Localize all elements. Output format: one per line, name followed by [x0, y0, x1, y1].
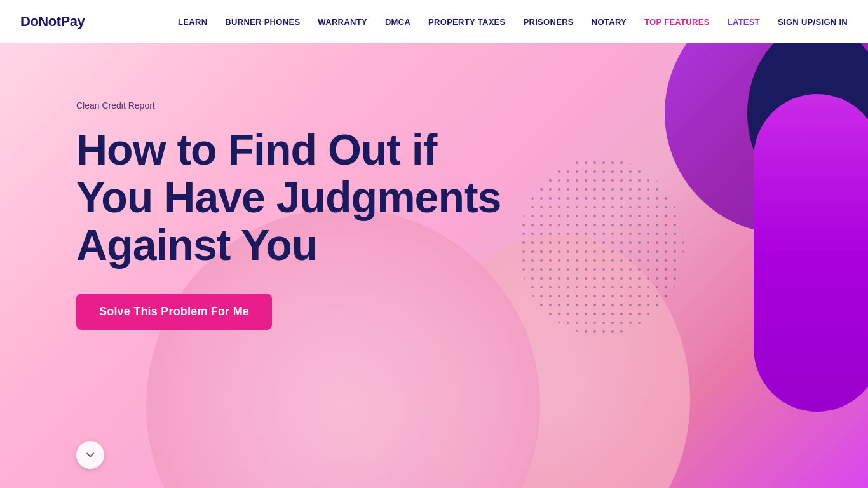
- nav-learn[interactable]: LEARN: [178, 17, 207, 27]
- nav-prisoners[interactable]: PRISONERS: [524, 17, 574, 27]
- nav-links: LEARN BURNER PHONES WARRANTY DMCA PROPER…: [178, 16, 848, 27]
- scroll-down-button[interactable]: [76, 441, 104, 469]
- svg-point-2: [519, 158, 684, 336]
- nav-latest[interactable]: LATEST: [728, 17, 760, 27]
- dots-pattern-decoration: [512, 151, 690, 342]
- hero-title: How to Find Out if You Have Judgments Ag…: [76, 126, 508, 268]
- nav-warranty[interactable]: WARRANTY: [318, 17, 367, 27]
- logo[interactable]: DoNotPay: [20, 13, 85, 30]
- hero-content: Clean Credit Report How to Find Out if Y…: [76, 100, 508, 330]
- breadcrumb: Clean Credit Report: [76, 100, 508, 111]
- chevron-down-icon: [84, 449, 97, 461]
- nav-top-features[interactable]: TOP FEATURES: [644, 17, 710, 27]
- shape-magenta-decoration: [754, 94, 868, 412]
- nav-notary[interactable]: NOTARY: [592, 17, 627, 27]
- nav-signup-signin[interactable]: SIGN UP/SIGN IN: [778, 17, 848, 27]
- nav-burner-phones[interactable]: BURNER PHONES: [225, 17, 300, 27]
- cta-button[interactable]: Solve This Problem For Me: [76, 294, 272, 330]
- nav-property-taxes[interactable]: PROPERTY TAXES: [428, 17, 505, 27]
- hero-section: Clean Credit Report How to Find Out if Y…: [0, 43, 868, 488]
- navbar: DoNotPay LEARN BURNER PHONES WARRANTY DM…: [0, 0, 868, 43]
- nav-dmca[interactable]: DMCA: [385, 17, 410, 27]
